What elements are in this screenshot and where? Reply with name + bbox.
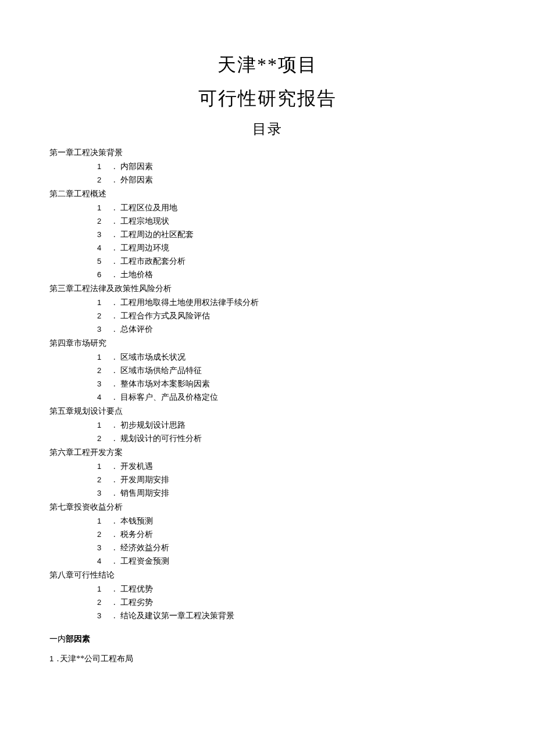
toc-item-separator: .	[113, 432, 116, 445]
toc-item-number: 2	[97, 215, 105, 228]
toc-item-separator: .	[113, 174, 116, 187]
toc-item: 2.工程宗地现状	[49, 215, 486, 228]
toc-item: 3.总体评价	[49, 323, 486, 336]
toc-item-text: 工程资金预测	[120, 555, 169, 568]
toc-item: 3.工程周边的社区配套	[49, 228, 486, 241]
toc-item-separator: .	[113, 583, 116, 596]
toc-item-text: 工程用地取得土地使用权法律手续分析	[120, 296, 259, 309]
toc-item: 3.经济效益分析	[49, 542, 486, 554]
toc-item-text: 整体市场对本案影响因素	[120, 378, 210, 390]
toc-item-separator: .	[113, 351, 116, 364]
toc-item-number: 1	[97, 160, 105, 173]
toc-item-number: 3	[97, 542, 105, 554]
toc-item-separator: .	[113, 542, 116, 554]
toc-item-number: 1	[97, 419, 105, 432]
toc-item: 2.区域市场供给产品特征	[49, 364, 486, 377]
toc-item: 2.开发周期安排	[49, 474, 486, 486]
toc-item-separator: .	[113, 202, 116, 214]
toc-item-separator: .	[113, 555, 116, 568]
section-heading-internal-factors: 一内部因素	[49, 634, 486, 644]
toc-item: 2.税务分析	[49, 528, 486, 541]
toc-item-number: 2	[97, 596, 105, 609]
toc-item-text: 销售周期安排	[120, 487, 169, 500]
toc-item-text: 总体评价	[120, 323, 153, 336]
toc-item-text: 土地价格	[120, 268, 153, 281]
toc-item-separator: .	[113, 419, 116, 432]
toc-item: 3.销售周期安排	[49, 487, 486, 500]
toc-item-number: 3	[97, 228, 105, 241]
toc-item-text: 本钱预测	[120, 515, 153, 528]
toc-item-number: 3	[97, 610, 105, 622]
toc-item-separator: .	[113, 296, 116, 309]
toc-item-number: 2	[97, 364, 105, 377]
toc-item-text: 目标客户、产品及价格定位	[120, 391, 218, 404]
toc-item-number: 3	[97, 378, 105, 390]
toc-heading: 目录	[49, 120, 486, 138]
toc-item-text: 开发机遇	[120, 460, 153, 473]
toc-item-text: 外部因素	[120, 174, 153, 187]
toc-item-separator: .	[113, 528, 116, 541]
toc-item: 2.外部因素	[49, 174, 486, 187]
toc-item-text: 工程宗地现状	[120, 215, 169, 228]
toc-item-text: 结论及建议第一章工程决策背景	[120, 610, 234, 622]
toc-item: 1.初步规划设计思路	[49, 419, 486, 432]
toc-item-separator: .	[113, 323, 116, 336]
toc-item-separator: .	[113, 364, 116, 377]
toc-item: 3.整体市场对本案影响因素	[49, 378, 486, 390]
toc-item-text: 区域市场供给产品特征	[120, 364, 202, 377]
toc-item-text: 开发周期安排	[120, 474, 169, 486]
toc-item-text: 工程区位及用地	[120, 202, 177, 214]
toc-item: 2.规划设计的可行性分析	[49, 432, 486, 445]
toc-item-text: 初步规划设计思路	[120, 419, 186, 432]
section-heading-light: 一内	[49, 635, 66, 643]
toc-item-separator: .	[113, 378, 116, 390]
chapter-heading: 第一章工程决策背景	[49, 146, 486, 159]
chapter-heading: 第二章工程概述	[49, 188, 486, 200]
toc-item-text: 工程优势	[120, 583, 153, 596]
toc-item-number: 4	[97, 391, 105, 404]
toc-item-number: 1	[97, 515, 105, 528]
toc-item-number: 1	[97, 460, 105, 473]
chapter-heading: 第五章规划设计要点	[49, 405, 486, 418]
toc-item-separator: .	[113, 310, 116, 323]
toc-item: 4.目标客户、产品及价格定位	[49, 391, 486, 404]
toc-item-text: 工程劣势	[120, 596, 153, 609]
toc-item-number: 2	[97, 528, 105, 541]
toc-item-number: 6	[97, 268, 105, 281]
toc-item-number: 2	[97, 310, 105, 323]
toc-item-number: 2	[97, 174, 105, 187]
toc-item-separator: .	[113, 460, 116, 473]
toc-content: 第一章工程决策背景1.内部因素2.外部因素第二章工程概述1.工程区位及用地2.工…	[49, 146, 486, 622]
toc-item-separator: .	[113, 515, 116, 528]
toc-item: 1.内部因素	[49, 160, 486, 173]
toc-item: 4.工程周边环境	[49, 242, 486, 255]
toc-item: 1.开发机遇	[49, 460, 486, 473]
toc-item-separator: .	[113, 268, 116, 281]
toc-item: 1.工程区位及用地	[49, 202, 486, 214]
toc-item-separator: .	[113, 487, 116, 500]
toc-item-number: 1	[97, 296, 105, 309]
toc-item-text: 工程市政配套分析	[120, 255, 186, 268]
toc-item: 4.工程资金预测	[49, 555, 486, 568]
toc-item-number: 5	[97, 255, 105, 268]
toc-item-separator: .	[113, 391, 116, 404]
toc-item-text: 经济效益分析	[120, 542, 169, 554]
chapter-heading: 第七章投资收益分析	[49, 501, 486, 514]
toc-item-number: 2	[97, 432, 105, 445]
body-line-text: 天津**公司工程布局	[60, 654, 133, 663]
chapter-heading: 第八章可行性结论	[49, 569, 486, 582]
toc-item: 2.工程劣势	[49, 596, 486, 609]
chapter-heading: 第三章工程法律及政策性风险分析	[49, 282, 486, 295]
toc-item: 1.区域市场成长状况	[49, 351, 486, 364]
toc-item-text: 工程周边环境	[120, 242, 169, 255]
toc-item-text: 规划设计的可行性分析	[120, 432, 202, 445]
chapter-heading: 第四章市场研究	[49, 337, 486, 350]
section-heading-bold: 部因素	[66, 635, 90, 643]
toc-item-separator: .	[113, 215, 116, 228]
toc-item-number: 4	[97, 555, 105, 568]
toc-item: 3.结论及建议第一章工程决策背景	[49, 610, 486, 622]
toc-item-separator: .	[113, 596, 116, 609]
body-line-sep: .	[57, 654, 59, 663]
toc-item: 6.土地价格	[49, 268, 486, 281]
toc-item-text: 区域市场成长状况	[120, 351, 186, 364]
